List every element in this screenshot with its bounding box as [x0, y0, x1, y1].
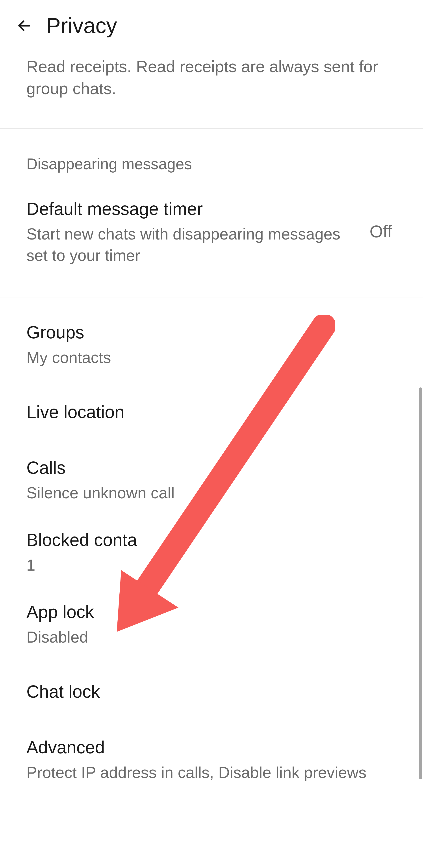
- advanced-title: Advanced: [26, 736, 397, 759]
- settings-list: Groups My contacts Live location Calls S…: [0, 298, 423, 806]
- disappearing-section: Disappearing messages Default message ti…: [0, 129, 423, 298]
- groups-sub: My contacts: [26, 347, 397, 368]
- calls-title: Calls: [26, 456, 397, 480]
- default-message-timer-value: Off: [369, 221, 392, 242]
- default-message-timer-row[interactable]: Default message timer Start new chats wi…: [26, 197, 397, 266]
- groups-item[interactable]: Groups My contacts: [0, 308, 423, 380]
- calls-sub: Silence unknown call: [26, 482, 397, 504]
- live-location-item[interactable]: Live location: [0, 380, 423, 444]
- advanced-item[interactable]: Advanced Protect IP address in calls, Di…: [0, 723, 423, 795]
- default-message-timer-sub: Start new chats with disappearing messag…: [26, 223, 352, 266]
- calls-item[interactable]: Calls Silence unknown call: [0, 444, 423, 516]
- groups-title: Groups: [26, 320, 397, 344]
- read-receipts-info-text: Read receipts. Read receipts are always …: [26, 56, 397, 100]
- vertical-scrollbar[interactable]: [419, 388, 422, 779]
- blocked-contacts-item[interactable]: Blocked conta 1: [0, 516, 423, 588]
- back-arrow-icon[interactable]: [16, 17, 33, 35]
- app-lock-item[interactable]: App lock Disabled: [0, 588, 423, 660]
- read-receipts-info: Read receipts. Read receipts are always …: [0, 56, 423, 129]
- advanced-sub: Protect IP address in calls, Disable lin…: [26, 762, 397, 783]
- disappearing-heading: Disappearing messages: [26, 155, 397, 173]
- app-lock-sub: Disabled: [26, 626, 397, 648]
- blocked-contacts-sub: 1: [26, 555, 397, 576]
- app-lock-title: App lock: [26, 600, 397, 624]
- page-title: Privacy: [46, 13, 117, 38]
- chat-lock-title: Chat lock: [26, 680, 397, 704]
- header: Privacy: [0, 0, 423, 56]
- chat-lock-item[interactable]: Chat lock: [0, 660, 423, 723]
- privacy-screen: Privacy Read receipts. Read receipts are…: [0, 0, 423, 806]
- blocked-contacts-title: Blocked conta: [26, 528, 397, 552]
- live-location-title: Live location: [26, 400, 397, 424]
- default-message-timer-text: Default message timer Start new chats wi…: [26, 197, 352, 266]
- default-message-timer-title: Default message timer: [26, 197, 352, 221]
